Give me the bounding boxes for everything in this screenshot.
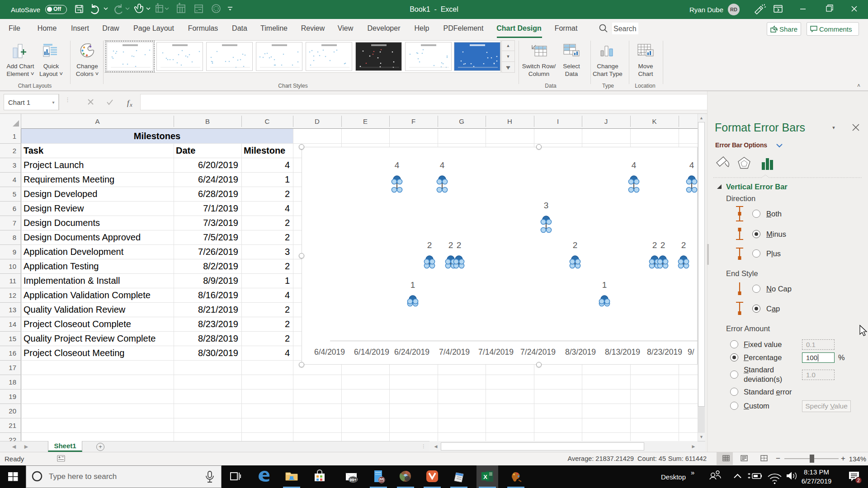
svg-text:x: x: [129, 101, 132, 108]
svg-text:3: 3: [544, 201, 549, 210]
svg-text:2: 2: [660, 240, 665, 250]
svg-text:4: 4: [689, 160, 694, 170]
svg-text:1: 1: [410, 280, 415, 290]
svg-text:2: 2: [427, 240, 432, 250]
svg-text:2: 2: [681, 240, 686, 250]
svg-text:4: 4: [395, 160, 400, 170]
svg-text:2: 2: [857, 478, 860, 483]
svg-text:2: 2: [448, 240, 453, 250]
svg-text:4: 4: [632, 160, 637, 170]
svg-text:2: 2: [573, 240, 578, 250]
svg-text:2: 2: [652, 240, 657, 250]
svg-text:2: 2: [457, 240, 462, 250]
svg-text:4: 4: [440, 160, 445, 170]
svg-text:X: X: [483, 474, 487, 480]
svg-text:1: 1: [602, 280, 607, 290]
svg-text:99+: 99+: [349, 478, 356, 482]
